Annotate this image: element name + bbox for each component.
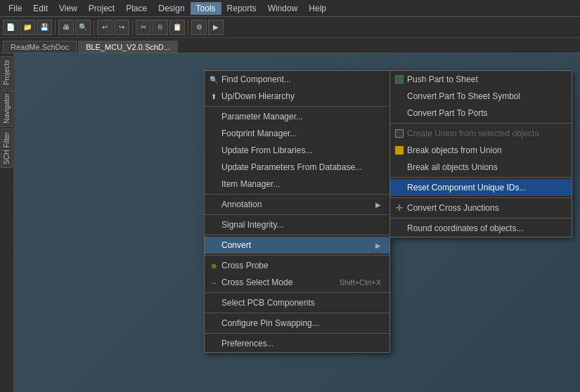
toolbar-redo[interactable]: ↪ bbox=[114, 20, 129, 35]
separator-b bbox=[205, 194, 389, 195]
menu-design[interactable]: Design bbox=[153, 2, 190, 15]
push-part-icon-shape bbox=[395, 75, 404, 84]
separator-c bbox=[205, 214, 389, 215]
reset-unique-ids-label: Reset Component Unique IDs... bbox=[407, 183, 526, 192]
menu-window[interactable]: Window bbox=[262, 2, 304, 15]
menubar: File Edit View Project Place Design Tool… bbox=[0, 0, 580, 17]
toolbar-paste[interactable]: 📋 bbox=[169, 20, 185, 35]
convert-part-sheet-symbol-label: Convert Part To Sheet Symbol bbox=[407, 91, 520, 101]
cross-select-shortcut: Shift+Ctrl+X bbox=[340, 278, 381, 287]
menu-help[interactable]: Help bbox=[303, 2, 332, 15]
sidebar-tab-projects[interactable]: Projects bbox=[1, 56, 13, 89]
break-all-unions-label: Break all objects Unions bbox=[407, 162, 498, 172]
toolbar-zoom-in[interactable]: 🔍 bbox=[75, 20, 91, 35]
toolbar-print[interactable]: 🖶 bbox=[58, 20, 74, 35]
menu-edit[interactable]: Edit bbox=[27, 2, 53, 15]
menu-preferences[interactable]: Preferences... bbox=[205, 335, 389, 352]
break-from-union-label: Break objects from Union bbox=[407, 145, 502, 155]
separator-a bbox=[205, 106, 389, 107]
toolbar-save[interactable]: 💾 bbox=[37, 20, 52, 35]
separator-g bbox=[205, 313, 389, 313]
round-coordinates-label: Round coordinates of objects... bbox=[407, 223, 523, 233]
cross-probe-label: Cross Probe bbox=[221, 261, 269, 270]
footprint-manager-label: Footprint Manager... bbox=[221, 129, 297, 138]
menu-reset-unique-ids[interactable]: Reset Component Unique IDs... bbox=[390, 179, 572, 196]
menu-parameter-manager[interactable]: Parameter Manager... bbox=[205, 108, 389, 125]
sidebar-tab-sch-filter[interactable]: SCH Filter bbox=[1, 129, 13, 168]
menu-convert-part-ports[interactable]: Convert Part To Ports bbox=[390, 105, 572, 122]
toolbar-new[interactable]: 📄 bbox=[3, 20, 18, 35]
item-manager-label: Item Manager... bbox=[221, 179, 280, 189]
menu-view[interactable]: View bbox=[53, 2, 83, 15]
separator-d bbox=[205, 235, 389, 235]
separator-h bbox=[205, 333, 389, 334]
menu-create-union: Create Union from selected objects bbox=[390, 125, 572, 142]
break-union-icon-shape bbox=[395, 146, 404, 155]
menu-break-all-unions[interactable]: Break all objects Unions bbox=[390, 159, 572, 176]
create-union-label: Create Union from selected objects bbox=[407, 129, 539, 138]
tools-menu: 🔍 Find Component... ⬆ Up/Down Hierarchy … bbox=[204, 70, 390, 353]
push-part-label: Push Part to Sheet bbox=[407, 74, 478, 84]
cross-probe-icon: ⊕ bbox=[209, 261, 219, 270]
cross-select-icon: ↔ bbox=[209, 277, 219, 287]
separator-4 bbox=[188, 20, 188, 34]
up-down-hierarchy-label: Up/Down Hierarchy bbox=[221, 91, 295, 101]
left-sidebar: Projects Navigator SCH Filter bbox=[0, 53, 14, 392]
separator-j bbox=[390, 177, 572, 178]
tab-readme[interactable]: ReadMe.SchDoc bbox=[3, 41, 77, 53]
parameter-manager-label: Parameter Manager... bbox=[221, 112, 303, 122]
sidebar-tab-navigator[interactable]: Navigator bbox=[1, 90, 13, 127]
find-component-icon: 🔍 bbox=[209, 74, 219, 84]
menu-break-from-union[interactable]: Break objects from Union bbox=[390, 142, 572, 159]
toolbar-compile[interactable]: ⚙ bbox=[191, 20, 207, 35]
menu-file[interactable]: File bbox=[3, 2, 27, 15]
menu-project[interactable]: Project bbox=[83, 2, 120, 15]
signal-integrity-label: Signal Integrity... bbox=[221, 220, 284, 230]
menu-signal-integrity[interactable]: Signal Integrity... bbox=[205, 216, 389, 233]
separator-k bbox=[390, 197, 572, 198]
menu-update-libraries[interactable]: Update From Libraries... bbox=[205, 142, 389, 159]
menu-place[interactable]: Place bbox=[120, 2, 153, 15]
menu-select-pcb[interactable]: Select PCB Components bbox=[205, 294, 389, 311]
configure-pin-label: Configure Pin Swapping... bbox=[221, 318, 319, 328]
menu-annotation[interactable]: Annotation ▶ bbox=[205, 196, 389, 213]
toolbar-open[interactable]: 📁 bbox=[20, 20, 35, 35]
menu-cross-select[interactable]: ↔ Cross Select Mode Shift+Ctrl+X bbox=[205, 274, 389, 291]
menu-push-part-to-sheet[interactable]: Push Part to Sheet bbox=[390, 71, 572, 88]
separator-1 bbox=[55, 20, 56, 34]
menu-up-down-hierarchy[interactable]: ⬆ Up/Down Hierarchy bbox=[205, 88, 389, 105]
hierarchy-icon: ⬆ bbox=[209, 91, 219, 101]
tabs-bar: ReadMe.SchDoc BLE_MCU_V2.0.SchD... bbox=[0, 38, 580, 53]
update-libraries-label: Update From Libraries... bbox=[221, 145, 312, 155]
cross-junctions-icon: ✛ bbox=[394, 203, 404, 213]
menu-tools[interactable]: Tools bbox=[191, 2, 221, 15]
annotation-label: Annotation bbox=[221, 200, 262, 209]
toolbar-run[interactable]: ▶ bbox=[208, 20, 224, 35]
toolbar-cut[interactable]: ✂ bbox=[136, 20, 151, 35]
menu-footprint-manager[interactable]: Footprint Manager... bbox=[205, 125, 389, 142]
create-union-icon bbox=[394, 129, 404, 138]
toolbar-undo[interactable]: ↩ bbox=[97, 20, 112, 35]
menu-convert-part-sheet-symbol[interactable]: Convert Part To Sheet Symbol bbox=[390, 88, 572, 105]
annotation-arrow: ▶ bbox=[375, 201, 381, 209]
separator-l bbox=[390, 218, 572, 218]
menu-update-database[interactable]: Update Parameters From Database... bbox=[205, 159, 389, 176]
find-component-label: Find Component... bbox=[221, 74, 291, 84]
push-part-icon bbox=[394, 74, 404, 84]
menu-round-coordinates[interactable]: Round coordinates of objects... bbox=[390, 220, 572, 237]
menu-convert-cross-junctions[interactable]: ✛ Convert Cross Junctions bbox=[390, 200, 572, 216]
convert-part-ports-label: Convert Part To Ports bbox=[407, 108, 488, 118]
menu-find-component[interactable]: 🔍 Find Component... bbox=[205, 71, 389, 88]
menu-reports[interactable]: Reports bbox=[221, 2, 262, 15]
menu-configure-pin[interactable]: Configure Pin Swapping... bbox=[205, 315, 389, 332]
toolbar: 📄 📁 💾 🖶 🔍 ↩ ↪ ✂ ⎘ 📋 ⚙ ▶ bbox=[0, 17, 580, 38]
menu-cross-probe[interactable]: ⊕ Cross Probe bbox=[205, 257, 389, 274]
menu-convert[interactable]: Convert ▶ bbox=[205, 237, 389, 254]
select-pcb-label: Select PCB Components bbox=[221, 298, 315, 308]
separator-e bbox=[205, 255, 389, 256]
menu-item-manager[interactable]: Item Manager... bbox=[205, 176, 389, 192]
break-union-icon bbox=[394, 145, 404, 155]
toolbar-copy[interactable]: ⎘ bbox=[153, 20, 168, 35]
tab-ble-mcu[interactable]: BLE_MCU_V2.0.SchD... bbox=[78, 41, 178, 53]
separator-2 bbox=[94, 20, 94, 34]
